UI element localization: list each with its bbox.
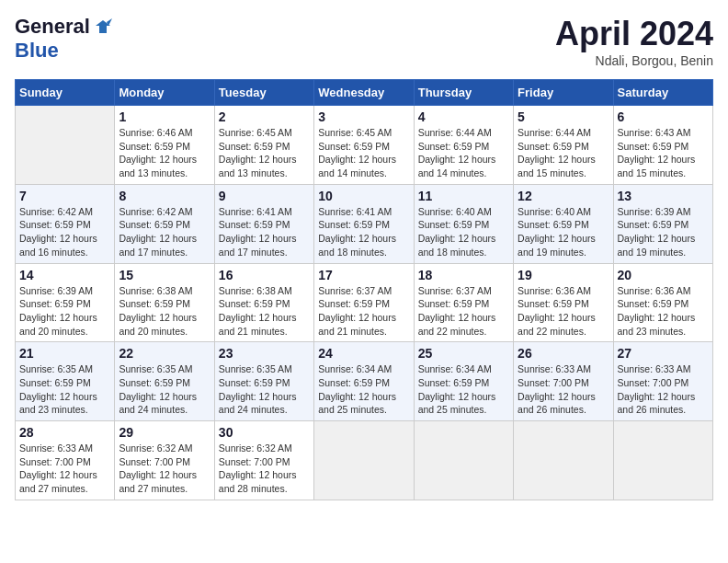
- logo: General Blue: [15, 15, 112, 63]
- day-number: 2: [219, 109, 310, 124]
- calendar-day-cell: 26Sunrise: 6:33 AMSunset: 7:00 PMDayligh…: [514, 342, 613, 421]
- day-number: 6: [618, 109, 709, 124]
- calendar-week-row: 21Sunrise: 6:35 AMSunset: 6:59 PMDayligh…: [16, 342, 713, 421]
- day-info: Sunrise: 6:34 AMSunset: 6:59 PMDaylight:…: [318, 362, 409, 417]
- calendar-day-cell: 16Sunrise: 6:38 AMSunset: 6:59 PMDayligh…: [214, 263, 313, 342]
- day-number: 9: [219, 189, 310, 203]
- day-info: Sunrise: 6:32 AMSunset: 7:00 PMDaylight:…: [119, 442, 210, 496]
- calendar-day-cell: [414, 421, 513, 500]
- calendar-day-cell: 8Sunrise: 6:42 AMSunset: 6:59 PMDaylight…: [115, 184, 214, 263]
- calendar-day-cell: 3Sunrise: 6:45 AMSunset: 6:59 PMDaylight…: [314, 106, 414, 185]
- day-info: Sunrise: 6:34 AMSunset: 6:59 PMDaylight:…: [418, 362, 509, 417]
- page-header: General Blue April 2024 Ndali, Borgou, B…: [15, 15, 713, 68]
- day-number: 8: [119, 189, 210, 203]
- day-info: Sunrise: 6:35 AMSunset: 6:59 PMDaylight:…: [19, 362, 110, 417]
- day-number: 30: [219, 425, 310, 440]
- day-info: Sunrise: 6:42 AMSunset: 6:59 PMDaylight:…: [119, 205, 210, 259]
- day-number: 27: [618, 346, 709, 361]
- day-number: 23: [219, 346, 310, 361]
- day-info: Sunrise: 6:37 AMSunset: 6:59 PMDaylight:…: [418, 284, 509, 339]
- calendar-title: April 2024: [555, 15, 713, 53]
- day-number: 14: [19, 268, 110, 282]
- day-info: Sunrise: 6:38 AMSunset: 6:59 PMDaylight:…: [119, 284, 210, 339]
- day-of-week-header: Sunday: [16, 80, 115, 106]
- day-info: Sunrise: 6:44 AMSunset: 6:59 PMDaylight:…: [418, 126, 509, 180]
- day-info: Sunrise: 6:38 AMSunset: 6:59 PMDaylight:…: [219, 284, 310, 339]
- day-number: 7: [19, 189, 110, 203]
- day-number: 28: [19, 425, 110, 440]
- day-info: Sunrise: 6:36 AMSunset: 6:59 PMDaylight:…: [518, 284, 609, 339]
- day-info: Sunrise: 6:33 AMSunset: 7:00 PMDaylight:…: [19, 442, 110, 496]
- calendar-day-cell: 24Sunrise: 6:34 AMSunset: 6:59 PMDayligh…: [314, 342, 414, 421]
- calendar-day-cell: 11Sunrise: 6:40 AMSunset: 6:59 PMDayligh…: [414, 184, 513, 263]
- day-info: Sunrise: 6:44 AMSunset: 6:59 PMDaylight:…: [518, 126, 609, 180]
- calendar-day-cell: 9Sunrise: 6:41 AMSunset: 6:59 PMDaylight…: [214, 184, 313, 263]
- calendar-day-cell: 10Sunrise: 6:41 AMSunset: 6:59 PMDayligh…: [314, 184, 414, 263]
- logo-blue-text: Blue: [15, 39, 59, 62]
- calendar-day-cell: 5Sunrise: 6:44 AMSunset: 6:59 PMDaylight…: [514, 106, 613, 185]
- day-number: 29: [119, 425, 210, 440]
- day-info: Sunrise: 6:39 AMSunset: 6:59 PMDaylight:…: [19, 284, 110, 339]
- calendar-day-cell: 6Sunrise: 6:43 AMSunset: 6:59 PMDaylight…: [613, 106, 712, 185]
- day-number: 11: [418, 189, 509, 203]
- day-info: Sunrise: 6:36 AMSunset: 6:59 PMDaylight:…: [618, 284, 709, 339]
- day-number: 13: [618, 189, 709, 203]
- day-number: 21: [19, 346, 110, 361]
- calendar-day-cell: 18Sunrise: 6:37 AMSunset: 6:59 PMDayligh…: [414, 263, 513, 342]
- day-number: 20: [618, 268, 709, 282]
- day-number: 19: [518, 268, 609, 282]
- day-info: Sunrise: 6:40 AMSunset: 6:59 PMDaylight:…: [518, 205, 609, 259]
- day-number: 15: [119, 268, 210, 282]
- calendar-day-cell: 30Sunrise: 6:32 AMSunset: 7:00 PMDayligh…: [214, 421, 313, 500]
- day-number: 17: [318, 268, 409, 282]
- day-of-week-header: Thursday: [414, 80, 513, 106]
- calendar-day-cell: [613, 421, 712, 500]
- calendar-day-cell: 20Sunrise: 6:36 AMSunset: 6:59 PMDayligh…: [613, 263, 712, 342]
- calendar-day-cell: 2Sunrise: 6:45 AMSunset: 6:59 PMDaylight…: [214, 106, 313, 185]
- calendar-day-cell: [514, 421, 613, 500]
- day-info: Sunrise: 6:41 AMSunset: 6:59 PMDaylight:…: [219, 205, 310, 259]
- calendar-week-row: 7Sunrise: 6:42 AMSunset: 6:59 PMDaylight…: [16, 184, 713, 263]
- day-info: Sunrise: 6:35 AMSunset: 6:59 PMDaylight:…: [219, 362, 310, 417]
- day-number: 26: [518, 346, 609, 361]
- calendar-day-cell: [314, 421, 414, 500]
- calendar-day-cell: 25Sunrise: 6:34 AMSunset: 6:59 PMDayligh…: [414, 342, 513, 421]
- logo-bird-icon: [94, 18, 112, 35]
- day-info: Sunrise: 6:42 AMSunset: 6:59 PMDaylight:…: [19, 205, 110, 259]
- day-number: 22: [119, 346, 210, 361]
- day-of-week-header: Monday: [115, 80, 214, 106]
- day-number: 3: [318, 109, 409, 124]
- day-number: 24: [318, 346, 409, 361]
- calendar-day-cell: 15Sunrise: 6:38 AMSunset: 6:59 PMDayligh…: [115, 263, 214, 342]
- day-info: Sunrise: 6:33 AMSunset: 7:00 PMDaylight:…: [518, 362, 609, 417]
- day-info: Sunrise: 6:39 AMSunset: 6:59 PMDaylight:…: [618, 205, 709, 259]
- day-info: Sunrise: 6:45 AMSunset: 6:59 PMDaylight:…: [219, 126, 310, 180]
- logo-general-text: General: [15, 15, 90, 39]
- day-info: Sunrise: 6:41 AMSunset: 6:59 PMDaylight:…: [318, 205, 409, 259]
- calendar-day-cell: 28Sunrise: 6:33 AMSunset: 7:00 PMDayligh…: [16, 421, 115, 500]
- calendar-header-row: SundayMondayTuesdayWednesdayThursdayFrid…: [16, 80, 713, 106]
- day-of-week-header: Tuesday: [214, 80, 313, 106]
- day-info: Sunrise: 6:46 AMSunset: 6:59 PMDaylight:…: [119, 126, 210, 180]
- calendar-day-cell: 21Sunrise: 6:35 AMSunset: 6:59 PMDayligh…: [16, 342, 115, 421]
- calendar-week-row: 14Sunrise: 6:39 AMSunset: 6:59 PMDayligh…: [16, 263, 713, 342]
- calendar-day-cell: 23Sunrise: 6:35 AMSunset: 6:59 PMDayligh…: [214, 342, 313, 421]
- calendar-day-cell: 27Sunrise: 6:33 AMSunset: 7:00 PMDayligh…: [613, 342, 712, 421]
- calendar-week-row: 28Sunrise: 6:33 AMSunset: 7:00 PMDayligh…: [16, 421, 713, 500]
- day-of-week-header: Saturday: [613, 80, 712, 106]
- day-info: Sunrise: 6:40 AMSunset: 6:59 PMDaylight:…: [418, 205, 509, 259]
- calendar-day-cell: 13Sunrise: 6:39 AMSunset: 6:59 PMDayligh…: [613, 184, 712, 263]
- day-of-week-header: Wednesday: [314, 80, 414, 106]
- day-number: 16: [219, 268, 310, 282]
- day-number: 18: [418, 268, 509, 282]
- calendar-day-cell: 1Sunrise: 6:46 AMSunset: 6:59 PMDaylight…: [115, 106, 214, 185]
- calendar-day-cell: 19Sunrise: 6:36 AMSunset: 6:59 PMDayligh…: [514, 263, 613, 342]
- calendar-day-cell: 4Sunrise: 6:44 AMSunset: 6:59 PMDaylight…: [414, 106, 513, 185]
- day-info: Sunrise: 6:43 AMSunset: 6:59 PMDaylight:…: [618, 126, 709, 180]
- calendar-day-cell: 12Sunrise: 6:40 AMSunset: 6:59 PMDayligh…: [514, 184, 613, 263]
- day-number: 25: [418, 346, 509, 361]
- calendar-day-cell: 22Sunrise: 6:35 AMSunset: 6:59 PMDayligh…: [115, 342, 214, 421]
- day-of-week-header: Friday: [514, 80, 613, 106]
- day-number: 1: [119, 109, 210, 124]
- day-number: 12: [518, 189, 609, 203]
